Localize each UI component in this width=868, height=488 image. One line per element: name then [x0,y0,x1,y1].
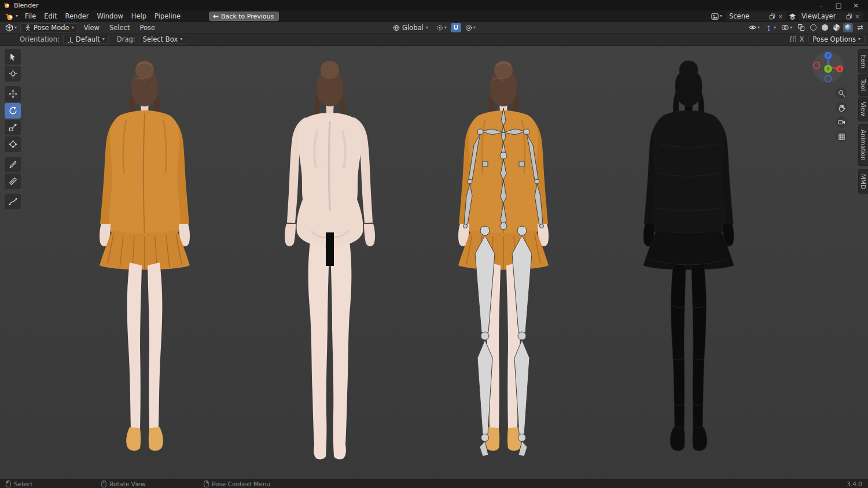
menu-render[interactable]: Render [61,11,93,21]
cursor-tool[interactable] [5,66,21,82]
new-scene-icon[interactable] [769,13,775,20]
menu-select[interactable]: Select [105,23,134,33]
model-armature-back[interactable] [458,61,549,456]
browse-scene-button[interactable]: ▾ [709,12,724,21]
chevron-down-icon: ▾ [426,25,428,30]
axis-y-label: Y [826,66,830,72]
mirror-axis-label[interactable]: X [799,35,804,43]
shading-dropdown-button[interactable] [855,23,866,32]
pivot-point-icon [436,24,443,31]
proportional-editing-button[interactable]: ▾ [464,23,477,32]
drag-dropdown[interactable]: Select Box ▾ [139,35,187,44]
shading-solid-button[interactable] [820,23,830,32]
snap-toggle-button[interactable] [451,23,461,32]
toggle-perspective-button[interactable] [836,131,847,142]
menu-help[interactable]: Help [127,11,150,21]
solid-shading-icon [822,24,828,31]
tab-item[interactable]: Item [858,49,868,73]
blender-menu-button[interactable]: ▾ [2,12,21,21]
magnifier-icon [838,90,845,97]
minimize-button[interactable]: – [812,0,830,10]
menu-bar: ▾ File Edit Render Window Help Pipeline … [0,10,868,22]
chevron-down-icon: ▾ [102,37,105,42]
shading-wireframe-button[interactable] [808,23,818,32]
tab-animation[interactable]: Animation [858,124,868,166]
menu-file[interactable]: File [21,11,40,21]
scale-tool[interactable] [5,120,21,135]
orientation-label: Orientation: [20,35,60,43]
zoom-button[interactable] [836,87,847,99]
pose-breakdowner-tool[interactable] [5,194,21,209]
view-layer-field[interactable]: ViewLayer × [799,12,863,21]
close-button[interactable]: × [847,0,865,10]
left-mouse-icon [6,480,11,487]
camera-view-button[interactable] [836,116,847,128]
scale-icon [9,123,17,132]
overlays-toggle-button[interactable]: ▾ [779,23,794,32]
scene-name-field[interactable]: Scene × [726,12,786,21]
remove-view-layer-icon[interactable]: × [855,13,860,20]
axis-z-label: Z [826,53,829,58]
chevron-down-icon: ▾ [72,25,74,30]
armature-bones[interactable] [464,108,544,456]
drag-value: Select Box [143,35,178,43]
axis-navigation-gizmo[interactable]: Z X Y [811,50,845,84]
annotate-tool[interactable] [5,157,21,172]
tab-mmd[interactable]: MMD [858,169,868,194]
gizmos-toggle-button[interactable]: ▾ [763,23,778,32]
middle-mouse-icon [101,480,106,487]
new-view-layer-icon[interactable] [846,13,852,20]
censor-bar [326,232,334,266]
unlink-scene-icon[interactable]: × [778,13,784,20]
xray-icon [797,24,805,31]
pivot-point-button[interactable]: ▾ [435,23,448,32]
3d-viewport[interactable]: Z X Y Item Tool View Animation MMD [0,46,868,479]
transform-orientation-label: Global [402,24,424,32]
menu-window[interactable]: Window [93,11,127,21]
model-wireframe-back[interactable] [643,61,734,451]
shading-material-button[interactable] [832,23,841,32]
axis-x-label: X [838,66,841,72]
window-title: Blender [14,2,39,9]
proportional-editing-icon [465,24,472,31]
blender-logo-icon [5,12,14,21]
orientation-dropdown[interactable]: Default ▾ [63,35,109,44]
back-to-previous-button[interactable]: Back to Previous [209,12,279,21]
transform-orientation-dropdown[interactable]: Global ▾ [389,23,432,32]
chevron-down-icon: ▾ [774,25,776,30]
back-to-previous-label: Back to Previous [221,13,274,20]
pan-button[interactable] [836,102,847,113]
tab-view[interactable]: View [858,97,868,121]
xray-toggle-button[interactable] [796,23,807,32]
tab-tool[interactable]: Tool [858,74,868,96]
transform-tool[interactable] [5,136,21,152]
view-controls [836,87,847,142]
measure-tool[interactable] [5,173,21,189]
editor-type-button[interactable]: ▾ [3,23,19,32]
back-arrow-icon [212,14,219,19]
mode-label: Pose Mode [34,24,69,32]
material-preview-icon [833,24,840,31]
model-clothed-back[interactable] [100,61,190,451]
menu-edit[interactable]: Edit [40,11,61,21]
status-bar: Select Rotate View Pose Context Menu 3.4… [0,479,868,488]
shading-rendered-button[interactable] [843,23,853,32]
object-visibility-button[interactable]: ▾ [747,23,762,32]
menu-pipeline[interactable]: Pipeline [150,11,185,21]
view-layer-icon [789,13,796,20]
maximize-button[interactable]: □ [830,0,847,10]
move-icon [9,90,17,98]
rotate-tool[interactable] [5,103,21,119]
chevron-down-icon: ▾ [444,25,447,30]
chevron-down-icon: ▾ [858,37,860,42]
menu-view[interactable]: View [80,23,104,33]
camera-icon [838,119,845,126]
model-body-back[interactable] [285,61,375,459]
tweak-select-tool[interactable] [5,49,21,65]
menu-pose[interactable]: Pose [135,23,159,33]
mode-dropdown[interactable]: Pose Mode ▾ [20,23,78,32]
move-tool[interactable] [5,86,21,102]
pose-options-dropdown[interactable]: Pose Options ▾ [808,35,865,44]
sidebar-tabs: Item Tool View Animation MMD [858,49,868,194]
pose-mode-icon [24,24,31,31]
